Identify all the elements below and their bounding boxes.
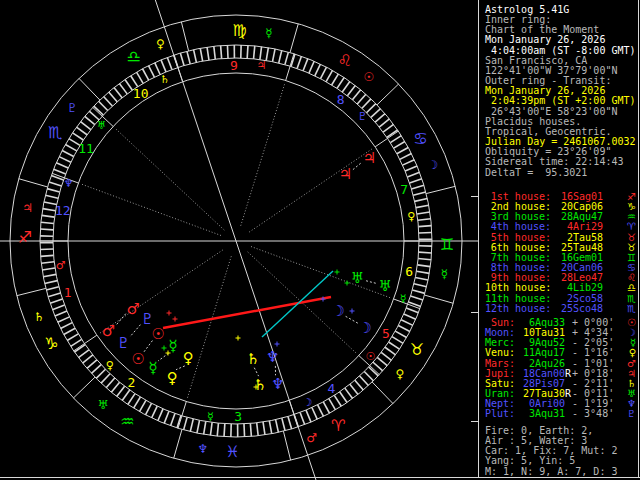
degree-tick <box>405 166 417 171</box>
sign-boundary <box>424 295 453 303</box>
degree-tick <box>247 45 248 58</box>
outer-planet-jupiter: ♃ <box>362 149 375 167</box>
degree-tick <box>224 424 225 437</box>
inner-planet-jupiter: ♃ <box>339 165 352 183</box>
degree-tick <box>367 104 376 113</box>
degree-tick <box>350 384 358 394</box>
sign-glyph-aquarius: ♒ <box>120 412 134 431</box>
degree-tick <box>64 328 75 334</box>
degree-tick <box>417 265 430 267</box>
sign-ruler-icon: ☽ <box>428 158 439 172</box>
house-ruler-icon: ♇ <box>357 110 367 123</box>
degree-tick <box>360 376 369 386</box>
degree-tick <box>398 326 410 332</box>
house-number-5: 5 <box>382 326 390 341</box>
inner-planet-neptune: ♆ <box>266 348 279 366</box>
degree-tick <box>312 408 317 420</box>
inner-planet-saturn: ♄ <box>246 350 259 368</box>
house-number-2: 2 <box>127 375 135 390</box>
degree-tick <box>40 249 53 250</box>
sidebar-text-line: Sidereal time: 22:14:43 <box>485 157 638 167</box>
degree-tick <box>269 421 271 434</box>
planet-connector <box>346 316 358 323</box>
degree-tick <box>46 287 59 290</box>
section-tick-2 <box>471 312 479 313</box>
degree-tick <box>210 422 212 435</box>
planet-connector <box>366 281 377 284</box>
degree-tick <box>260 47 262 60</box>
house-ruler-icon: ♆ <box>64 177 74 190</box>
cusp-line-dotted <box>251 247 392 299</box>
degree-tick <box>379 119 389 127</box>
degree-tick <box>43 209 56 211</box>
degree-tick <box>385 347 396 355</box>
aspect-line <box>163 297 331 328</box>
degree-tick <box>389 342 400 349</box>
degree-tick <box>54 169 66 174</box>
sign-glyph-aries: ♈ <box>331 416 345 435</box>
degree-tick <box>340 392 347 403</box>
degree-tick <box>297 56 301 68</box>
degree-tick <box>279 50 282 63</box>
degree-tick <box>288 416 292 428</box>
sign-glyph-libra: ♎ <box>127 47 141 66</box>
degree-tick <box>41 255 54 256</box>
outer-planet-saturn: ♄ <box>253 376 266 394</box>
degree-tick <box>204 421 206 434</box>
degree-tick <box>394 142 405 149</box>
house-number-10: 10 <box>133 86 149 101</box>
degree-tick <box>109 92 117 102</box>
degree-tick <box>187 51 190 64</box>
degree-tick <box>377 357 387 365</box>
section-tick-1 <box>471 196 479 197</box>
degree-tick <box>114 88 122 98</box>
degree-tick <box>326 70 332 81</box>
degree-tick <box>194 50 197 63</box>
degree-tick <box>56 163 68 168</box>
degree-tick <box>152 406 158 418</box>
degree-tick <box>52 305 64 310</box>
degree-tick <box>254 46 255 59</box>
degree-tick <box>404 314 416 319</box>
degree-tick <box>221 46 222 59</box>
degree-tick <box>418 219 431 220</box>
sign-ruler-icon: ☿ <box>265 26 272 40</box>
degree-tick <box>371 109 381 118</box>
degree-tick <box>167 57 172 69</box>
house-ruler-icon: ♂ <box>56 259 66 272</box>
degree-tick <box>40 229 53 230</box>
sign-boundary <box>174 429 182 458</box>
axis-line <box>153 0 236 241</box>
degree-tick <box>99 101 108 110</box>
inner-planet-mercury: ☿ <box>169 337 178 355</box>
degree-tick <box>207 47 209 60</box>
aspect-line <box>262 271 333 337</box>
sign-ruler-icon: ☿ <box>441 267 448 281</box>
sign-glyph-scorpio: ♏ <box>48 123 62 142</box>
sign-ruler-icon: ♄ <box>34 310 45 324</box>
degree-tick <box>357 94 366 104</box>
degree-tick <box>87 360 97 368</box>
outer-planet-moon: ☽ <box>359 319 372 337</box>
house-number-3: 3 <box>234 409 242 424</box>
degree-tick <box>184 417 187 430</box>
sign-boundary <box>181 22 188 51</box>
house-number-9: 9 <box>230 58 238 73</box>
degree-tick <box>190 419 193 432</box>
degree-tick <box>415 199 428 202</box>
degree-tick <box>411 185 423 189</box>
degree-tick <box>214 46 215 59</box>
sign-ruler-icon: ☉ <box>363 70 374 84</box>
degree-tick <box>303 59 308 71</box>
degree-tick <box>91 365 101 374</box>
degree-tick <box>285 52 288 65</box>
degree-tick <box>128 394 135 405</box>
degree-tick <box>149 66 155 78</box>
outer-planet-sun: ☉ <box>132 350 145 368</box>
position-marker <box>236 336 241 341</box>
sign-boundary <box>372 382 393 404</box>
sign-glyph-virgo: ♍ <box>233 21 247 40</box>
position-marker <box>350 309 355 314</box>
degree-tick <box>45 195 58 198</box>
planet-connector <box>353 163 362 170</box>
